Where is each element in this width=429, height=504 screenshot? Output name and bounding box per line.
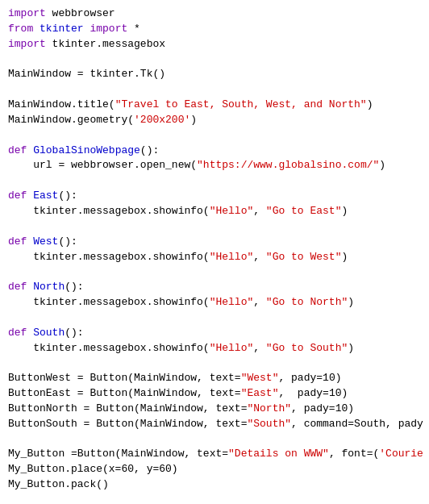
plain-text: ) bbox=[348, 296, 354, 308]
plain-text: My_Button.place(x=60, y=60) My_Button.pa… bbox=[8, 463, 190, 504]
keyword-def4: def bbox=[8, 281, 27, 293]
keyword-import2: import bbox=[90, 23, 127, 35]
keyword-def2: def bbox=[8, 190, 27, 202]
func-west: West bbox=[33, 235, 58, 248]
string-south-btn: "South" bbox=[247, 418, 291, 430]
plain-text: ) bbox=[379, 159, 385, 171]
keyword-def1: def bbox=[8, 144, 27, 156]
plain-text: , bbox=[253, 342, 266, 354]
keyword-import: import bbox=[8, 7, 46, 19]
plain-text: * bbox=[127, 23, 140, 35]
string-hello4: "Hello" bbox=[210, 342, 254, 354]
keyword-def3: def bbox=[8, 235, 27, 248]
func-globalsinowebpage: GlobalSinoWebpage bbox=[33, 144, 140, 156]
module-tkinter: tkinter bbox=[40, 23, 84, 35]
plain-text: ) bbox=[190, 114, 197, 126]
plain-text: ) bbox=[341, 205, 348, 217]
func-north: North bbox=[33, 281, 65, 293]
func-south: South bbox=[33, 327, 65, 339]
string-hello2: "Hello" bbox=[210, 251, 254, 263]
func-east: East bbox=[33, 190, 58, 202]
string-west: "Go to West" bbox=[266, 251, 342, 263]
string-title: "Travel to East, South, West, and North" bbox=[115, 98, 367, 110]
plain-text: , bbox=[253, 296, 266, 308]
plain-text: , font=( bbox=[329, 448, 379, 460]
string-geometry: '200x200' bbox=[134, 114, 190, 126]
keyword-import3: import bbox=[8, 38, 46, 50]
string-hello3: "Hello" bbox=[210, 296, 254, 308]
plain-text: webbrowser bbox=[46, 7, 115, 19]
string-west-btn: "West" bbox=[241, 372, 279, 384]
string-north: "Go to North" bbox=[266, 296, 348, 308]
string-east-btn: "East" bbox=[241, 387, 279, 399]
keyword-from: from bbox=[8, 23, 33, 35]
code-editor: import webbrowser from tkinter import * … bbox=[8, 6, 421, 504]
string-north-btn: "North" bbox=[247, 402, 291, 414]
string-details-btn: "Details on WWW" bbox=[228, 448, 329, 460]
plain-text bbox=[33, 23, 40, 35]
string-east: "Go to East" bbox=[266, 205, 342, 217]
plain-text: , bbox=[253, 251, 266, 263]
plain-text: , bbox=[253, 205, 266, 217]
string-url: "https://www.globalsino.com/" bbox=[197, 159, 379, 171]
string-south: "Go to South" bbox=[266, 342, 348, 354]
plain-text: ) bbox=[341, 251, 348, 263]
string-hello1: "Hello" bbox=[210, 205, 254, 217]
string-font: 'Courie bbox=[379, 448, 423, 460]
keyword-def5: def bbox=[8, 327, 27, 339]
